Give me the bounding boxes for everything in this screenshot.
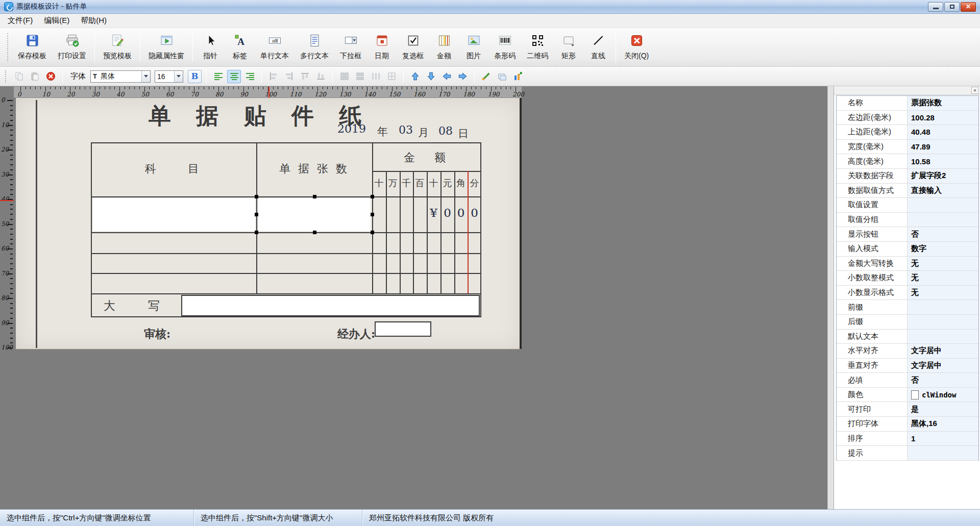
delete-button[interactable] — [44, 70, 58, 83]
property-value[interactable]: 10.58 — [908, 154, 978, 168]
date-year-field[interactable]: 2019 — [337, 122, 366, 135]
align-left-button[interactable] — [211, 70, 225, 83]
paste-button[interactable] — [28, 70, 42, 83]
property-value[interactable]: clWindow — [908, 388, 978, 402]
close-app-button[interactable]: 关闭(Q) — [619, 28, 654, 66]
template-paper[interactable]: 单 据 贴 件 纸 2019 年 03 月 08 日 科 目 单 据 张 数 金… — [16, 98, 522, 350]
property-value[interactable]: 数字 — [908, 242, 978, 256]
property-value[interactable]: 否 — [908, 373, 978, 387]
font-select[interactable]: T 黑体 — [90, 70, 151, 83]
handler-field-component[interactable] — [375, 321, 431, 337]
format-painter-button[interactable] — [479, 70, 493, 83]
menu-item-edit[interactable]: 编辑(E) — [38, 14, 75, 28]
property-value[interactable]: 文字居中 — [908, 359, 978, 373]
date-button[interactable]: 日期 — [367, 28, 397, 66]
space-evenly-button[interactable] — [369, 70, 383, 83]
align-tops-button[interactable] — [298, 70, 312, 83]
move-down-button[interactable] — [424, 70, 438, 83]
date-day-field[interactable]: 08 — [438, 124, 453, 137]
rectangle-button[interactable]: 矩形 — [554, 28, 583, 66]
bold-button[interactable]: B — [188, 70, 202, 83]
align-lefts-button[interactable] — [266, 70, 280, 83]
image-button[interactable]: 图片 — [459, 28, 488, 66]
property-value[interactable] — [908, 198, 978, 212]
selection-handle[interactable] — [371, 213, 374, 216]
copy-button[interactable] — [12, 70, 26, 83]
toolbar-separator — [261, 70, 262, 83]
property-value[interactable]: 100.28 — [908, 111, 978, 125]
subject-field-component[interactable] — [93, 198, 255, 231]
property-value[interactable]: 47.89 — [908, 140, 978, 154]
line-button[interactable]: 直线 — [583, 28, 613, 66]
property-value[interactable]: 否 — [908, 227, 978, 241]
ticket-count-component-selected[interactable] — [258, 198, 371, 231]
align-center-button[interactable] — [227, 70, 241, 83]
property-value[interactable]: 无 — [908, 257, 978, 271]
property-value[interactable] — [908, 446, 978, 460]
font-select-dropdown[interactable] — [141, 71, 150, 82]
selection-handle[interactable] — [313, 231, 316, 234]
font-size-select[interactable]: 16 — [155, 70, 183, 83]
selection-handle[interactable] — [255, 231, 258, 234]
barcode-button[interactable]: 条形码 — [488, 28, 521, 66]
design-canvas[interactable]: 0102030405060708090100110120130140150160… — [0, 86, 827, 509]
multi-line-text-button[interactable]: 多行文本 — [295, 28, 334, 66]
align-rights-button[interactable] — [282, 70, 296, 83]
property-value[interactable]: 无 — [908, 271, 978, 285]
font-size-dropdown[interactable] — [174, 71, 183, 82]
date-month-field[interactable]: 03 — [399, 123, 413, 136]
amount-value[interactable]: 0 — [440, 206, 454, 219]
align-right-button[interactable] — [243, 70, 257, 83]
label-button[interactable]: A标签 — [225, 28, 255, 66]
move-up-button[interactable] — [408, 70, 422, 83]
property-value[interactable]: 黑体,16 — [908, 417, 978, 431]
property-value[interactable] — [908, 213, 978, 227]
property-value[interactable]: 无 — [908, 286, 978, 300]
daxie-field-component[interactable] — [181, 295, 480, 316]
grid-button[interactable] — [385, 70, 399, 83]
qrcode-button[interactable]: 二维码 — [521, 28, 554, 66]
menu-item-help[interactable]: 帮助(H) — [75, 14, 112, 28]
checkbox-button[interactable]: 复选框 — [397, 28, 429, 66]
save-template-button[interactable]: 保存模板 — [12, 28, 52, 66]
property-value[interactable] — [908, 315, 978, 329]
amount-value[interactable]: ¥ — [427, 206, 440, 219]
close-button[interactable]: ✕ — [961, 2, 976, 12]
statistics-button[interactable] — [511, 70, 525, 83]
print-settings-button[interactable]: 打印设置 — [52, 28, 92, 66]
property-value[interactable]: 是 — [908, 402, 978, 416]
pointer-button[interactable]: 指针 — [195, 28, 225, 66]
property-value[interactable] — [908, 300, 978, 314]
property-value[interactable]: 40.48 — [908, 125, 978, 139]
amount-value[interactable]: 0 — [454, 206, 468, 219]
property-value[interactable]: 票据张数 — [908, 96, 978, 110]
selection-handle[interactable] — [255, 213, 258, 216]
selection-handle[interactable] — [371, 231, 374, 234]
menu-item-file[interactable]: 文件(F) — [2, 14, 38, 28]
dropdown-button[interactable]: 下拉框 — [334, 28, 367, 66]
amount-value[interactable]: 0 — [468, 206, 481, 219]
single-line-text-button[interactable]: ab单行文本 — [255, 28, 295, 66]
layers-button[interactable] — [495, 70, 509, 83]
minimize-button[interactable] — [928, 2, 943, 12]
move-right-button[interactable] — [456, 70, 470, 83]
preview-template-button[interactable]: 预览模板 — [97, 28, 137, 66]
toolbar-button-label: 直线 — [591, 52, 605, 61]
restore-button[interactable] — [944, 2, 960, 12]
selection-handle[interactable] — [255, 195, 258, 198]
selection-handle[interactable] — [371, 195, 374, 198]
property-value[interactable]: 扩展字段2 — [908, 169, 978, 183]
property-value[interactable]: 直接输入 — [908, 184, 978, 198]
property-value[interactable]: 文字居中 — [908, 344, 978, 358]
same-width-button[interactable] — [337, 70, 351, 83]
align-bottoms-button[interactable] — [314, 70, 328, 83]
selection-handle[interactable] — [313, 195, 316, 198]
panel-close-icon[interactable]: × — [971, 87, 978, 94]
hide-properties-button[interactable]: 隐藏属性窗 — [143, 28, 190, 66]
property-value[interactable] — [908, 330, 978, 344]
property-value[interactable]: 1 — [908, 432, 978, 446]
same-height-button[interactable] — [353, 70, 367, 83]
amount-button[interactable]: 金额 — [429, 28, 459, 66]
move-left-button[interactable] — [440, 70, 454, 83]
panel-splitter[interactable] — [827, 86, 834, 509]
